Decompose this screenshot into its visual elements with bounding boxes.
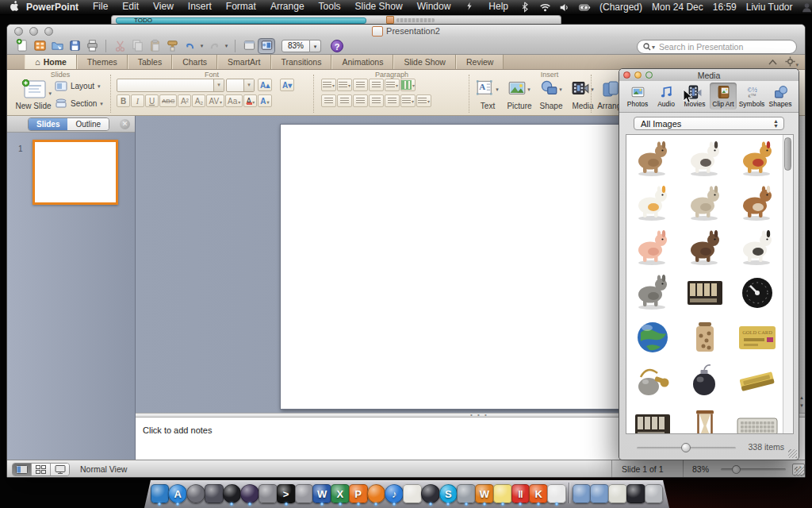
status-zoom-thumb[interactable] — [732, 465, 741, 474]
dock-terminal[interactable]: > — [277, 484, 296, 503]
line-spacing-button[interactable]: ▾ — [385, 79, 400, 91]
new-presentation-button[interactable] — [13, 38, 31, 54]
dock-skype[interactable]: S — [439, 484, 458, 503]
status-text[interactable]: 16:59 — [713, 2, 737, 13]
search-input[interactable] — [657, 41, 779, 52]
tab-charts[interactable]: Charts — [172, 55, 217, 69]
italic-button[interactable]: I — [131, 94, 144, 107]
tab-transitions[interactable]: Transitions — [271, 55, 332, 69]
palette-resize-grip[interactable] — [788, 449, 797, 458]
dock-spring-w-app[interactable]: W — [475, 484, 494, 503]
menu-help[interactable]: Help — [488, 1, 508, 14]
undo-dropdown-icon[interactable]: ▾ — [198, 38, 205, 54]
media-audio-button[interactable]: Audio — [653, 83, 680, 110]
clipart-sheep[interactable] — [679, 181, 731, 225]
cut-button[interactable] — [111, 38, 128, 54]
clipart-dog[interactable] — [679, 137, 731, 181]
text-glow-button[interactable]: A▾ — [258, 94, 271, 107]
notes-grip-icon[interactable]: • • • — [470, 414, 488, 417]
dock-itunes[interactable]: ♪ — [385, 484, 404, 503]
dock-stack-papers[interactable] — [608, 484, 627, 503]
dock-facetime[interactable] — [421, 484, 440, 503]
dock-launchpad[interactable] — [186, 484, 205, 503]
apple-menu-icon[interactable] — [10, 1, 19, 13]
save-button[interactable] — [66, 38, 83, 54]
zoom-dropdown-icon[interactable]: ▾ — [310, 40, 321, 52]
dock-word[interactable]: W — [312, 484, 331, 503]
slide-thumbnail[interactable] — [33, 140, 118, 205]
strikethrough-button[interactable]: ABC — [159, 94, 177, 107]
tab-smartart[interactable]: SmartArt — [217, 55, 270, 69]
insert-shape-button[interactable]: ▾Shape — [535, 79, 567, 110]
slide-sorter-view-button[interactable] — [32, 464, 51, 475]
user-menu-icon[interactable] — [801, 2, 812, 13]
decrease-indent-button[interactable] — [353, 79, 368, 91]
menu-arrange[interactable]: Arrange — [270, 1, 304, 14]
palette-scrollbar[interactable] — [783, 135, 793, 433]
format-painter-button[interactable] — [163, 38, 181, 54]
increase-indent-button[interactable] — [369, 79, 384, 91]
dock-finder[interactable] — [151, 484, 170, 503]
bold-button[interactable]: B — [117, 94, 130, 107]
dock-calculator[interactable] — [457, 484, 476, 503]
scroll-down-icon[interactable]: ▼ — [799, 403, 805, 408]
new-slide-button[interactable]: ▾ New Slide — [15, 79, 52, 110]
clipart-hen[interactable] — [731, 137, 783, 181]
show-toolbox-button[interactable] — [240, 38, 258, 54]
clipart-pig[interactable] — [626, 225, 679, 270]
media-browser-button[interactable] — [258, 38, 275, 54]
bluetooth-icon[interactable] — [519, 2, 531, 13]
character-spacing-button[interactable]: AV▾ — [206, 94, 224, 107]
status-text[interactable]: (Charged) — [599, 2, 642, 13]
tab-home[interactable]: ⌂Home — [25, 55, 77, 69]
font-color-button[interactable]: A▾ — [243, 94, 257, 107]
subscript-button[interactable]: A₂ — [192, 94, 205, 107]
menu-tools[interactable]: Tools — [319, 1, 341, 14]
menu-slide-show[interactable]: Slide Show — [355, 1, 403, 14]
font-size-combo[interactable]: ▾ — [226, 79, 255, 92]
menu-file[interactable]: File — [93, 1, 108, 14]
dock-mission-control[interactable] — [205, 484, 224, 503]
paste-button[interactable] — [146, 38, 163, 54]
dock-powerpoint[interactable]: P — [349, 484, 368, 503]
section-button[interactable]: Section▾ — [55, 98, 103, 109]
justify-button[interactable] — [369, 94, 384, 107]
collapse-ribbon-icon[interactable] — [768, 60, 777, 65]
dock-parallels[interactable]: ‖ — [511, 484, 530, 503]
new-from-template-button[interactable] — [31, 38, 48, 54]
clipart-cow[interactable] — [731, 225, 783, 270]
text-box-button[interactable]: ▾ — [416, 94, 431, 107]
dock-document-stack[interactable] — [547, 484, 566, 503]
panel-close-icon[interactable]: ✕ — [120, 119, 130, 129]
clipart-gold-card[interactable]: GOLD CARD — [731, 314, 783, 359]
tab-tables[interactable]: Tables — [128, 55, 172, 69]
app-menu[interactable]: PowerPoint — [26, 2, 79, 13]
panel-tab-outline[interactable]: Outline — [67, 118, 109, 130]
thumbnail-size-slider[interactable] — [637, 447, 736, 449]
open-button[interactable] — [48, 38, 66, 54]
clipart-coin-jar[interactable] — [679, 314, 731, 359]
menu-edit[interactable]: Edit — [122, 1, 139, 14]
help-button[interactable]: ? — [331, 40, 343, 52]
dock-trash[interactable] — [645, 484, 664, 503]
status-text[interactable]: Liviu Tudor — [746, 2, 793, 13]
title-bar[interactable]: Presentation2 — [7, 25, 805, 37]
dock-stickies[interactable] — [493, 484, 512, 503]
superscript-button[interactable]: A² — [178, 94, 191, 107]
scroll-up-icon[interactable]: ▲ — [799, 395, 805, 400]
wifi-icon[interactable] — [539, 2, 551, 13]
status-zoom-slider[interactable] — [721, 468, 786, 471]
insert-picture-button[interactable]: ▾Picture — [504, 79, 535, 110]
notes-placeholder[interactable]: Click to add notes — [143, 425, 212, 435]
search-icon[interactable]: ▾ — [643, 43, 655, 51]
dock-k-app[interactable]: K — [529, 484, 548, 503]
menu-insert[interactable]: Insert — [188, 1, 212, 14]
print-button[interactable] — [83, 38, 101, 54]
clipart-duck[interactable] — [626, 181, 679, 225]
tab-themes[interactable]: Themes — [77, 55, 128, 69]
bullets-button[interactable]: ▾ — [321, 79, 336, 91]
dock-dashboard[interactable] — [223, 484, 242, 503]
align-right-button[interactable] — [353, 94, 368, 107]
battery-icon[interactable] — [579, 2, 591, 13]
tab-animations[interactable]: Animations — [331, 55, 393, 69]
